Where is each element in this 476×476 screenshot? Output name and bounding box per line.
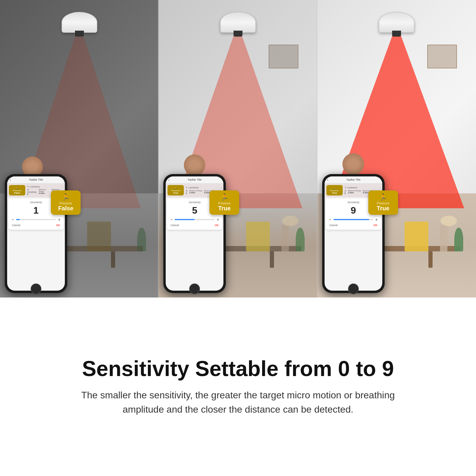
presence-badge-true-2: 🏃 Presence True: [209, 190, 239, 215]
topbar-title-3: TopBar Title: [346, 178, 361, 181]
topbar-title-2: TopBar Title: [188, 178, 202, 181]
sensor-panel-2: [220, 12, 256, 33]
presence-badge-false: 🏃 Presence False: [51, 190, 81, 215]
sens-plus-2[interactable]: +: [216, 217, 220, 222]
back-icon-2: ‹: [168, 177, 170, 182]
main-title: Sensitivity Settable from 0 to 9: [82, 357, 394, 381]
sens-fill-3: [333, 219, 369, 220]
sens-actions-1: Cancel OK: [11, 223, 61, 227]
text-section: Sensitivity Settable from 0 to 9 The sma…: [0, 298, 476, 476]
run-icon-2: 🏃: [169, 186, 182, 190]
panel-2: ‹ TopBar Title 🏃 Presence True: [159, 0, 317, 298]
presence-value-small-3: True: [328, 192, 341, 194]
badge-icon-true-3: 🏃: [372, 193, 394, 201]
run-icon-3: 🏃: [328, 186, 341, 190]
app-topbar-1: ‹ TopBar Title: [7, 176, 65, 183]
phone-home-3[interactable]: [348, 284, 359, 294]
panel-1: ‹ TopBar Title 🏃 Presence False: [0, 0, 159, 298]
sensor-panel-1: [62, 12, 97, 33]
phone-panel-3: ‹ TopBar Title 🏃 Presence True: [322, 174, 385, 293]
badge-label-true-2: Presence: [214, 202, 235, 205]
ok-btn-3[interactable]: OK: [373, 224, 378, 227]
sens-plus-1[interactable]: +: [57, 217, 61, 222]
phone-panel-1: ‹ TopBar Title 🏃 Presence False: [5, 174, 67, 293]
badge-label-false: Presence: [55, 202, 76, 205]
sens-fill-2: [175, 219, 195, 220]
sens-slider-2[interactable]: [175, 219, 214, 220]
presence-value-small-2: True: [169, 192, 182, 194]
presence-value-small-1: False: [11, 192, 24, 194]
sens-fill-1: [16, 219, 20, 220]
badge-icon-true-2: 🏃: [214, 193, 235, 201]
sens-plus-3[interactable]: +: [375, 217, 379, 222]
sens-actions-2: Cancel OK: [169, 223, 220, 227]
badge-value-true-3: True: [372, 205, 394, 212]
ok-btn-1[interactable]: OK: [56, 224, 60, 227]
badge-label-true-3: Presence: [372, 202, 394, 205]
sub-description: The smaller the sensitivity, the greater…: [60, 388, 416, 416]
sens-minus-2[interactable]: −: [169, 217, 173, 222]
back-icon-1: ‹: [10, 177, 11, 182]
sens-slider-3[interactable]: [333, 219, 373, 220]
app-topbar-2: ‹ TopBar Title: [166, 176, 223, 183]
divider-1: [158, 0, 159, 298]
luminance-row-3: ☀ Luminance ›: [345, 187, 381, 189]
presence-true-small-3: 🏃 Presence True: [326, 185, 343, 195]
luminance-row-2: ☀ Luminance ›: [186, 187, 222, 189]
presence-true-small-2: 🏃 Presence True: [167, 185, 184, 195]
sens-slider-row-2: − +: [169, 217, 220, 222]
presence-label-small-2: Presence: [169, 190, 182, 192]
ok-btn-2[interactable]: OK: [215, 224, 219, 227]
panel-3: ‹ TopBar Title 🏃 Presence True: [317, 0, 476, 298]
phone-home-2[interactable]: [189, 284, 200, 294]
sens-actions-3: Cancel OK: [328, 223, 379, 227]
badge-icon-false: 🏃: [55, 193, 76, 201]
sensor-panel-3: [379, 12, 414, 33]
cancel-btn-3[interactable]: Cancel: [329, 224, 338, 227]
presence-label-small-1: Presence: [11, 190, 24, 192]
sens-minus-1[interactable]: −: [11, 217, 15, 222]
topbar-title-1: TopBar Title: [29, 178, 43, 181]
panels-section: ‹ TopBar Title 🏃 Presence False: [0, 0, 476, 298]
cancel-btn-2[interactable]: Cancel: [170, 224, 179, 227]
presence-false-small-1: 🏃 Presence False: [9, 185, 25, 195]
run-icon-1: 🏃: [11, 186, 24, 190]
sens-slider-row-1: − +: [11, 217, 61, 222]
presence-badge-true-3: 🏃 Presence True: [368, 190, 398, 215]
divider-2: [317, 0, 317, 298]
sens-slider-row-3: − +: [328, 217, 379, 222]
badge-value-false: False: [55, 205, 76, 212]
sens-slider-1[interactable]: [16, 219, 56, 220]
app-topbar-3: ‹ TopBar Title: [325, 176, 382, 183]
main-container: ‹ TopBar Title 🏃 Presence False: [0, 0, 476, 476]
phone-home-1[interactable]: [31, 284, 41, 294]
phone-panel-2: ‹ TopBar Title 🏃 Presence True: [163, 174, 226, 293]
sens-minus-3[interactable]: −: [328, 217, 332, 222]
cancel-btn-1[interactable]: Cancel: [12, 224, 20, 227]
badge-value-true-2: True: [214, 205, 235, 212]
luminance-row-1: ☀ Luminance ›: [27, 185, 63, 188]
presence-label-small-3: Presence: [328, 190, 341, 192]
back-icon-3: ‹: [327, 177, 328, 182]
